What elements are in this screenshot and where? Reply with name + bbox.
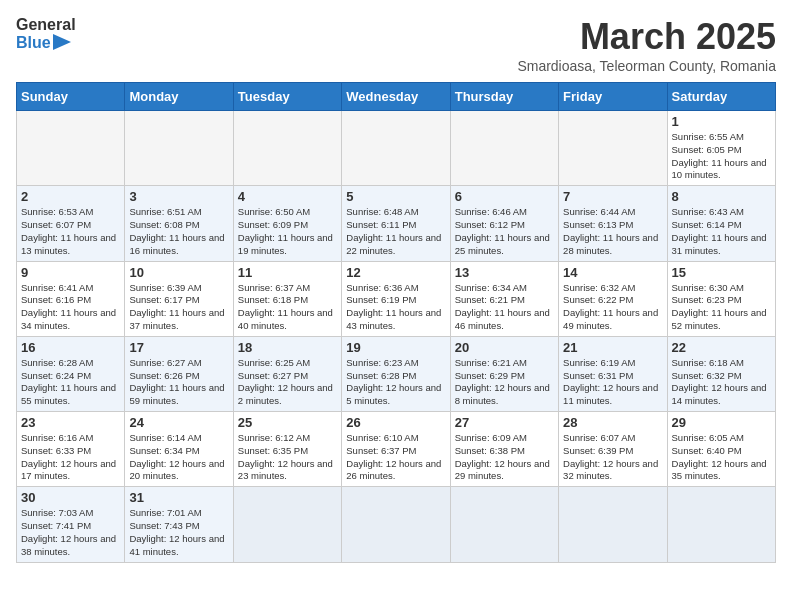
calendar-day-cell: 30Sunrise: 7:03 AM Sunset: 7:41 PM Dayli… (17, 487, 125, 562)
calendar-day-cell: 20Sunrise: 6:21 AM Sunset: 6:29 PM Dayli… (450, 336, 558, 411)
day-number: 1 (672, 114, 771, 129)
calendar-day-cell (667, 487, 775, 562)
day-number: 24 (129, 415, 228, 430)
calendar-day-cell: 9Sunrise: 6:41 AM Sunset: 6:16 PM Daylig… (17, 261, 125, 336)
calendar-day-cell: 18Sunrise: 6:25 AM Sunset: 6:27 PM Dayli… (233, 336, 341, 411)
calendar-day-cell: 22Sunrise: 6:18 AM Sunset: 6:32 PM Dayli… (667, 336, 775, 411)
calendar-day-cell (17, 111, 125, 186)
calendar-day-cell: 17Sunrise: 6:27 AM Sunset: 6:26 PM Dayli… (125, 336, 233, 411)
calendar-day-cell: 26Sunrise: 6:10 AM Sunset: 6:37 PM Dayli… (342, 412, 450, 487)
month-title: March 2025 (517, 16, 776, 58)
day-of-week-header: Saturday (667, 83, 775, 111)
day-info: Sunrise: 6:37 AM Sunset: 6:18 PM Dayligh… (238, 282, 337, 333)
day-number: 31 (129, 490, 228, 505)
calendar-day-cell: 13Sunrise: 6:34 AM Sunset: 6:21 PM Dayli… (450, 261, 558, 336)
day-of-week-header: Sunday (17, 83, 125, 111)
day-number: 14 (563, 265, 662, 280)
svg-marker-0 (53, 34, 71, 50)
day-number: 20 (455, 340, 554, 355)
day-number: 7 (563, 189, 662, 204)
day-of-week-header: Monday (125, 83, 233, 111)
day-number: 22 (672, 340, 771, 355)
day-of-week-header: Thursday (450, 83, 558, 111)
day-number: 18 (238, 340, 337, 355)
calendar-week-row: 9Sunrise: 6:41 AM Sunset: 6:16 PM Daylig… (17, 261, 776, 336)
calendar-day-cell: 8Sunrise: 6:43 AM Sunset: 6:14 PM Daylig… (667, 186, 775, 261)
day-info: Sunrise: 6:16 AM Sunset: 6:33 PM Dayligh… (21, 432, 120, 483)
calendar-day-cell (450, 487, 558, 562)
day-number: 30 (21, 490, 120, 505)
calendar-week-row: 30Sunrise: 7:03 AM Sunset: 7:41 PM Dayli… (17, 487, 776, 562)
day-info: Sunrise: 6:27 AM Sunset: 6:26 PM Dayligh… (129, 357, 228, 408)
day-of-week-header: Friday (559, 83, 667, 111)
calendar-day-cell: 6Sunrise: 6:46 AM Sunset: 6:12 PM Daylig… (450, 186, 558, 261)
day-number: 5 (346, 189, 445, 204)
calendar-day-cell (125, 111, 233, 186)
calendar-day-cell (342, 111, 450, 186)
day-number: 28 (563, 415, 662, 430)
day-number: 10 (129, 265, 228, 280)
day-info: Sunrise: 6:18 AM Sunset: 6:32 PM Dayligh… (672, 357, 771, 408)
calendar-week-row: 23Sunrise: 6:16 AM Sunset: 6:33 PM Dayli… (17, 412, 776, 487)
calendar-day-cell: 3Sunrise: 6:51 AM Sunset: 6:08 PM Daylig… (125, 186, 233, 261)
day-number: 16 (21, 340, 120, 355)
calendar-day-cell (233, 111, 341, 186)
calendar-day-cell: 5Sunrise: 6:48 AM Sunset: 6:11 PM Daylig… (342, 186, 450, 261)
calendar-day-cell: 21Sunrise: 6:19 AM Sunset: 6:31 PM Dayli… (559, 336, 667, 411)
calendar-week-row: 1Sunrise: 6:55 AM Sunset: 6:05 PM Daylig… (17, 111, 776, 186)
calendar-header-row: SundayMondayTuesdayWednesdayThursdayFrid… (17, 83, 776, 111)
day-number: 26 (346, 415, 445, 430)
day-info: Sunrise: 6:44 AM Sunset: 6:13 PM Dayligh… (563, 206, 662, 257)
day-info: Sunrise: 6:23 AM Sunset: 6:28 PM Dayligh… (346, 357, 445, 408)
day-info: Sunrise: 6:39 AM Sunset: 6:17 PM Dayligh… (129, 282, 228, 333)
logo: General Blue (16, 16, 76, 51)
day-number: 9 (21, 265, 120, 280)
day-info: Sunrise: 6:48 AM Sunset: 6:11 PM Dayligh… (346, 206, 445, 257)
day-number: 8 (672, 189, 771, 204)
day-number: 29 (672, 415, 771, 430)
calendar-day-cell: 24Sunrise: 6:14 AM Sunset: 6:34 PM Dayli… (125, 412, 233, 487)
calendar-day-cell: 1Sunrise: 6:55 AM Sunset: 6:05 PM Daylig… (667, 111, 775, 186)
day-info: Sunrise: 7:01 AM Sunset: 7:43 PM Dayligh… (129, 507, 228, 558)
day-number: 11 (238, 265, 337, 280)
calendar-day-cell: 23Sunrise: 6:16 AM Sunset: 6:33 PM Dayli… (17, 412, 125, 487)
calendar-day-cell: 25Sunrise: 6:12 AM Sunset: 6:35 PM Dayli… (233, 412, 341, 487)
day-info: Sunrise: 6:46 AM Sunset: 6:12 PM Dayligh… (455, 206, 554, 257)
day-info: Sunrise: 6:30 AM Sunset: 6:23 PM Dayligh… (672, 282, 771, 333)
day-number: 19 (346, 340, 445, 355)
day-info: Sunrise: 6:19 AM Sunset: 6:31 PM Dayligh… (563, 357, 662, 408)
calendar-day-cell: 7Sunrise: 6:44 AM Sunset: 6:13 PM Daylig… (559, 186, 667, 261)
day-info: Sunrise: 6:09 AM Sunset: 6:38 PM Dayligh… (455, 432, 554, 483)
calendar-week-row: 16Sunrise: 6:28 AM Sunset: 6:24 PM Dayli… (17, 336, 776, 411)
calendar-day-cell (559, 111, 667, 186)
day-number: 17 (129, 340, 228, 355)
calendar-day-cell: 4Sunrise: 6:50 AM Sunset: 6:09 PM Daylig… (233, 186, 341, 261)
day-info: Sunrise: 6:34 AM Sunset: 6:21 PM Dayligh… (455, 282, 554, 333)
calendar-day-cell: 11Sunrise: 6:37 AM Sunset: 6:18 PM Dayli… (233, 261, 341, 336)
calendar-day-cell: 31Sunrise: 7:01 AM Sunset: 7:43 PM Dayli… (125, 487, 233, 562)
day-number: 23 (21, 415, 120, 430)
calendar-day-cell: 16Sunrise: 6:28 AM Sunset: 6:24 PM Dayli… (17, 336, 125, 411)
day-info: Sunrise: 6:12 AM Sunset: 6:35 PM Dayligh… (238, 432, 337, 483)
day-number: 13 (455, 265, 554, 280)
day-info: Sunrise: 6:25 AM Sunset: 6:27 PM Dayligh… (238, 357, 337, 408)
day-info: Sunrise: 6:14 AM Sunset: 6:34 PM Dayligh… (129, 432, 228, 483)
day-info: Sunrise: 6:05 AM Sunset: 6:40 PM Dayligh… (672, 432, 771, 483)
calendar-day-cell (342, 487, 450, 562)
day-of-week-header: Tuesday (233, 83, 341, 111)
title-area: March 2025 Smardioasa, Teleorman County,… (517, 16, 776, 74)
day-info: Sunrise: 6:21 AM Sunset: 6:29 PM Dayligh… (455, 357, 554, 408)
calendar-day-cell: 27Sunrise: 6:09 AM Sunset: 6:38 PM Dayli… (450, 412, 558, 487)
day-info: Sunrise: 7:03 AM Sunset: 7:41 PM Dayligh… (21, 507, 120, 558)
day-info: Sunrise: 6:53 AM Sunset: 6:07 PM Dayligh… (21, 206, 120, 257)
day-info: Sunrise: 6:36 AM Sunset: 6:19 PM Dayligh… (346, 282, 445, 333)
day-of-week-header: Wednesday (342, 83, 450, 111)
calendar-day-cell (450, 111, 558, 186)
location-subtitle: Smardioasa, Teleorman County, Romania (517, 58, 776, 74)
page-header: General Blue March 2025 Smardioasa, Tele… (16, 16, 776, 74)
calendar-day-cell: 15Sunrise: 6:30 AM Sunset: 6:23 PM Dayli… (667, 261, 775, 336)
day-info: Sunrise: 6:50 AM Sunset: 6:09 PM Dayligh… (238, 206, 337, 257)
day-number: 21 (563, 340, 662, 355)
day-number: 2 (21, 189, 120, 204)
day-number: 25 (238, 415, 337, 430)
